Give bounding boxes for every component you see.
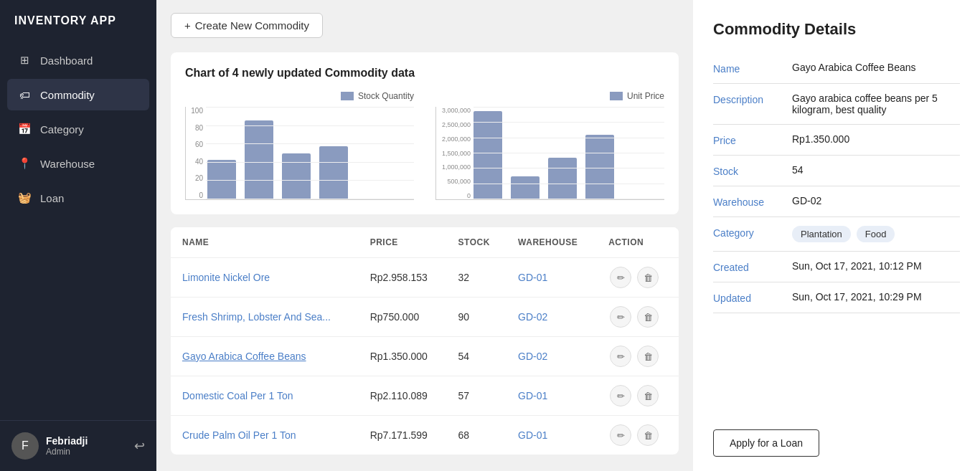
row-warehouse-3: GD-02 [518, 351, 547, 362]
table: NAME PRICE STOCK WAREHOUSE ACTION Limoni… [171, 227, 679, 455]
apply-loan-button[interactable]: Apply for a Loan [713, 429, 819, 457]
basket-icon: 🧺 [17, 191, 32, 205]
grid-icon: ⊞ [17, 53, 32, 67]
detail-description-value: Gayo arabica coffee beans per 5 kilogram… [792, 92, 960, 115]
user-info: Febriadji Admin [46, 435, 127, 457]
row-stock-2: 90 [447, 298, 507, 337]
row-price-4: Rp2.110.089 [359, 376, 447, 416]
detail-category-row: Category Plantation Food [713, 217, 960, 252]
sidebar-footer: F Febriadji Admin ↩ [0, 420, 156, 471]
edit-btn-2[interactable]: ✏ [610, 306, 631, 328]
row-name-4[interactable]: Domestic Coal Per 1 Ton [182, 390, 293, 401]
main-content: + Create New Commodity Chart of 4 newly … [156, 0, 980, 471]
row-name-3[interactable]: Gayo Arabica Coffee Beans [182, 351, 306, 362]
row-action-1: ✏ 🗑 [597, 258, 679, 298]
detail-name-label: Name [713, 62, 785, 75]
table-body: Limonite Nickel Ore Rp2.958.153 32 GD-01… [171, 258, 679, 455]
table-head: NAME PRICE STOCK WAREHOUSE ACTION [171, 227, 679, 258]
row-name-2[interactable]: Fresh Shrimp, Lobster And Sea... [182, 311, 331, 323]
row-name-5[interactable]: Crude Palm Oil Per 1 Ton [182, 429, 296, 441]
detail-created-value: Sun, Oct 17, 2021, 10:12 PM [792, 260, 960, 272]
price-legend-box [610, 92, 623, 100]
delete-btn-3[interactable]: 🗑 [637, 346, 659, 367]
detail-price-row: Price Rp1.350.000 [713, 125, 960, 156]
sidebar-label-commodity: Commodity [40, 89, 95, 101]
price-bar-4 [585, 135, 614, 199]
row-price-3: Rp1.350.000 [359, 337, 447, 376]
edit-btn-3[interactable]: ✏ [610, 346, 631, 367]
stock-bar-chart: 0 20 40 60 80 100 [185, 107, 414, 200]
tag-icon: 🏷 [17, 87, 32, 102]
detail-name-value: Gayo Arabica Coffee Beans [792, 62, 960, 73]
sidebar-item-category[interactable]: 📅 Category [7, 113, 149, 145]
detail-updated-row: Updated Sun, Oct 17, 2021, 10:29 PM [713, 282, 960, 313]
edit-btn-5[interactable]: ✏ [610, 424, 631, 446]
badge-food: Food [857, 226, 895, 242]
category-badges: Plantation Food [792, 226, 960, 242]
table-row: Limonite Nickel Ore Rp2.958.153 32 GD-01… [171, 258, 679, 298]
row-price-2: Rp750.000 [359, 298, 447, 337]
stock-bar-3 [282, 153, 311, 200]
col-stock: STOCK [447, 227, 507, 258]
table-row: Domestic Coal Per 1 Ton Rp2.110.089 57 G… [171, 376, 679, 416]
calendar-icon: 📅 [17, 122, 32, 136]
row-stock-5: 68 [447, 416, 507, 455]
row-action-5: ✏ 🗑 [597, 416, 679, 455]
edit-btn-4[interactable]: ✏ [610, 385, 631, 406]
create-commodity-button[interactable]: + Create New Commodity [171, 13, 323, 38]
sidebar-item-warehouse[interactable]: 📍 Warehouse [7, 148, 149, 179]
stock-legend-label: Stock Quantity [358, 91, 414, 101]
content-area: + Create New Commodity Chart of 4 newly … [156, 0, 980, 471]
table-header-row: NAME PRICE STOCK WAREHOUSE ACTION [171, 227, 679, 258]
commodity-table: NAME PRICE STOCK WAREHOUSE ACTION Limoni… [171, 227, 679, 455]
stock-chart: Stock Quantity 0 20 40 60 80 100 [185, 91, 414, 200]
sidebar-item-commodity[interactable]: 🏷 Commodity [7, 79, 149, 110]
price-y-axis: 0 500,000 1,000,000 1,500,000 2,000,000 … [436, 107, 473, 199]
detail-warehouse-value: GD-02 [792, 195, 960, 206]
apply-loan-section: Apply for a Loan [713, 412, 960, 457]
price-bar-3 [548, 158, 577, 199]
row-warehouse-1: GD-01 [518, 272, 547, 283]
plus-icon: + [184, 19, 191, 32]
avatar: F [11, 432, 39, 460]
row-stock-1: 32 [447, 258, 507, 298]
details-title: Commodity Details [713, 20, 960, 39]
user-role: Admin [46, 447, 127, 457]
sidebar-label-loan: Loan [40, 192, 64, 204]
stock-legend-box [341, 92, 354, 100]
row-warehouse-2: GD-02 [518, 311, 547, 323]
detail-stock-row: Stock 54 [713, 156, 960, 186]
stock-bar-1 [207, 160, 236, 199]
sidebar-item-loan[interactable]: 🧺 Loan [7, 182, 149, 214]
sidebar-nav: ⊞ Dashboard 🏷 Commodity 📅 Category 📍 War… [0, 44, 156, 420]
price-bar-1 [473, 111, 502, 199]
col-name: NAME [171, 227, 359, 258]
col-price: PRICE [359, 227, 447, 258]
col-warehouse: WAREHOUSE [507, 227, 597, 258]
detail-warehouse-label: Warehouse [713, 195, 785, 208]
sidebar-label-warehouse: Warehouse [40, 158, 95, 170]
delete-btn-5[interactable]: 🗑 [637, 424, 659, 446]
row-action-3: ✏ 🗑 [597, 337, 679, 376]
stock-legend: Stock Quantity [185, 91, 414, 101]
detail-price-value: Rp1.350.000 [792, 133, 960, 145]
detail-price-label: Price [713, 133, 785, 146]
delete-btn-4[interactable]: 🗑 [637, 385, 659, 406]
sidebar-label-dashboard: Dashboard [40, 54, 93, 67]
detail-stock-label: Stock [713, 164, 785, 177]
delete-btn-1[interactable]: 🗑 [637, 267, 659, 288]
price-legend: Unit Price [435, 91, 664, 101]
center-panel: + Create New Commodity Chart of 4 newly … [156, 0, 693, 471]
col-action: ACTION [597, 227, 679, 258]
create-button-label: Create New Commodity [195, 19, 309, 32]
delete-btn-2[interactable]: 🗑 [637, 306, 659, 328]
sidebar: INVENTORY APP ⊞ Dashboard 🏷 Commodity 📅 … [0, 0, 156, 471]
badge-plantation: Plantation [792, 226, 851, 242]
detail-created-label: Created [713, 260, 785, 273]
logout-icon[interactable]: ↩ [134, 438, 145, 454]
sidebar-item-dashboard[interactable]: ⊞ Dashboard [7, 44, 149, 76]
edit-btn-1[interactable]: ✏ [610, 267, 631, 288]
row-name-1[interactable]: Limonite Nickel Ore [182, 272, 270, 283]
price-legend-label: Unit Price [627, 91, 664, 101]
right-panel: Commodity Details Name Gayo Arabica Coff… [693, 0, 980, 471]
